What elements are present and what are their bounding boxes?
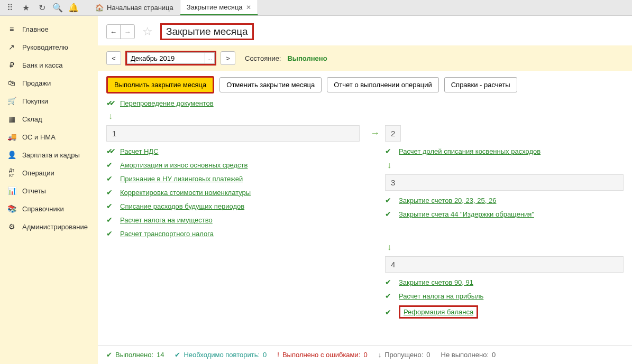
check-icon: ✔ (175, 351, 180, 359)
steps-area: ✔✔ Перепроведение документов ↓ 1 ✔✔Расче… (98, 99, 632, 345)
refs-button[interactable]: Справки - расчеты (444, 77, 517, 92)
status-value: Выполнено (287, 54, 327, 62)
status-label: Состояние: (245, 54, 281, 62)
action-bar: Выполнить закрытие месяца Отменить закры… (98, 71, 632, 99)
block-1-header: 1 (106, 125, 360, 142)
check-icon: ✔ (385, 210, 393, 218)
double-check-icon: ✔✔ (106, 99, 115, 107)
block-2-header: 2 (385, 125, 401, 142)
grid-icon: ▦ (6, 115, 17, 123)
check-icon: ✔ (106, 174, 115, 183)
tab-active[interactable]: Закрытие месяца ✕ (180, 0, 258, 15)
arrow-down-icon: ↓ (387, 242, 624, 252)
tabs: 🏠 Начальная страница Закрытие месяца ✕ (89, 0, 258, 15)
report-button[interactable]: Отчет о выполнении операций (327, 77, 439, 92)
step-link[interactable]: Амортизация и износ основных средств (120, 161, 248, 169)
sidebar-item-assets[interactable]: 🚚ОС и НМА (0, 128, 98, 146)
nav-buttons: ← → (106, 24, 135, 39)
step-link[interactable]: Расчет налога на прибыль (399, 292, 483, 300)
sidebar-item-sales[interactable]: 🛍Продажи (0, 74, 98, 92)
favorite-icon[interactable]: ☆ (142, 25, 153, 39)
home-icon: 🏠 (95, 4, 104, 12)
history-icon[interactable]: ↻ (34, 1, 49, 15)
step-link[interactable]: Расчет налога на имущество (120, 216, 213, 224)
footer-done: ✔ Выполнено: 14 (106, 351, 164, 359)
period-next-button[interactable]: > (221, 51, 235, 65)
check-icon: ✔ (106, 161, 115, 169)
page-title: Закрытие месяца (160, 23, 254, 40)
tab-home-label: Начальная страница (107, 4, 173, 12)
column-1: 1 ✔✔Расчет НДС ✔Амортизация и износ осно… (106, 125, 360, 324)
tab-active-label: Закрытие месяца (187, 3, 243, 11)
sidebar-item-warehouse[interactable]: ▦Склад (0, 110, 98, 128)
footer-skipped: ↓ Пропущено: 0 (378, 351, 431, 359)
check-icon: ✔ (385, 196, 393, 204)
cancel-close-button[interactable]: Отменить закрытие месяца (219, 77, 322, 92)
bag-icon: 🛍 (6, 79, 17, 87)
truck-icon: 🚚 (6, 133, 17, 141)
tab-home[interactable]: 🏠 Начальная страница (89, 0, 180, 15)
block-4-header: 4 (385, 256, 624, 273)
warning-icon: ! (277, 351, 279, 359)
double-check-icon: ✔✔ (106, 147, 115, 155)
sidebar: ≡Главное ↗Руководителю ₽Банк и касса 🛍Пр… (0, 16, 98, 364)
search-icon[interactable]: 🔍 (50, 1, 65, 15)
forward-button[interactable]: → (121, 25, 134, 39)
sidebar-item-manager[interactable]: ↗Руководителю (0, 38, 98, 56)
check-icon: ✔ (106, 188, 115, 197)
sidebar-item-hr[interactable]: 👤Зарплата и кадры (0, 146, 98, 164)
step-link[interactable]: Закрытие счетов 90, 91 (399, 278, 473, 286)
cart-icon: 🛒 (6, 97, 17, 105)
topbar-icons: ⠿ ★ ↻ 🔍 🔔 (0, 1, 84, 15)
sidebar-item-reports[interactable]: 📊Отчеты (0, 182, 98, 200)
step-link[interactable]: Списание расходов будущих периодов (120, 202, 244, 210)
sidebar-item-admin[interactable]: ⚙Администрирование (0, 218, 98, 236)
sidebar-item-bank[interactable]: ₽Банк и касса (0, 56, 98, 74)
arrow-right-icon: → (370, 128, 380, 139)
step-link[interactable]: Закрытие счетов 20, 23, 25, 26 (399, 197, 496, 204)
footer-status-bar: ✔ Выполнено: 14 ✔ Необходимо повторить: … (98, 345, 632, 364)
check-icon: ✔ (106, 202, 115, 210)
column-2: → 2 ✔Расчет долей списания косвенных рас… (370, 125, 624, 324)
close-icon[interactable]: ✕ (246, 4, 251, 11)
period-prev-button[interactable]: < (106, 51, 121, 65)
footer-repeat: ✔ Необходимо повторить: 0 (175, 351, 267, 359)
back-button[interactable]: ← (107, 25, 121, 39)
step-link[interactable]: Расчет НДС (120, 147, 159, 155)
header-row: ← → ☆ Закрытие месяца (98, 16, 632, 45)
sidebar-item-main[interactable]: ≡Главное (0, 20, 98, 38)
bars-icon: 📊 (6, 186, 17, 195)
footer-errors: ! Выполнено с ошибками: 0 (277, 351, 367, 359)
check-icon: ✔ (385, 278, 393, 286)
arrow-down-icon: ↓ (387, 161, 624, 170)
run-close-button[interactable]: Выполнить закрытие месяца (106, 76, 214, 94)
gear-icon: ⚙ (6, 222, 17, 231)
star-icon[interactable]: ★ (19, 1, 33, 15)
chart-icon: ↗ (6, 43, 17, 51)
step-link[interactable]: Корректировка стоимости номенклатуры (120, 189, 251, 197)
step-repost-link[interactable]: Перепроведение документов (120, 99, 214, 107)
check-icon: ✔ (106, 229, 115, 238)
sidebar-item-operations[interactable]: ДтКтОперации (0, 164, 98, 182)
step-link[interactable]: Расчет долей списания косвенных расходов (399, 147, 541, 155)
apps-icon[interactable]: ⠿ (3, 1, 17, 15)
check-icon: ✔ (106, 351, 112, 359)
ruble-icon: ₽ (6, 61, 17, 69)
step-link[interactable]: Расчет транспортного налога (120, 230, 214, 238)
period-picker-button[interactable]: ... (205, 52, 215, 64)
check-icon: ✔ (385, 308, 393, 316)
step-link[interactable]: Признание в НУ лизинговых платежей (120, 175, 243, 183)
period-input[interactable] (127, 52, 205, 64)
period-bar: < ... > Состояние: Выполнено (98, 45, 632, 71)
topbar: ⠿ ★ ↻ 🔍 🔔 🏠 Начальная страница Закрытие … (0, 0, 632, 16)
sidebar-item-refs[interactable]: 📚Справочники (0, 200, 98, 218)
period-input-group: ... (125, 51, 216, 66)
person-icon: 👤 (6, 151, 17, 159)
arrow-down-icon: ↓ (108, 111, 624, 121)
footer-not-done: Не выполнено: 0 (441, 351, 496, 359)
step-reform-link[interactable]: Реформация баланса (404, 308, 473, 316)
bell-icon[interactable]: 🔔 (66, 1, 81, 15)
skip-icon: ↓ (378, 351, 382, 359)
sidebar-item-purchases[interactable]: 🛒Покупки (0, 92, 98, 110)
step-link[interactable]: Закрытие счета 44 "Издержки обращения" (399, 210, 534, 218)
